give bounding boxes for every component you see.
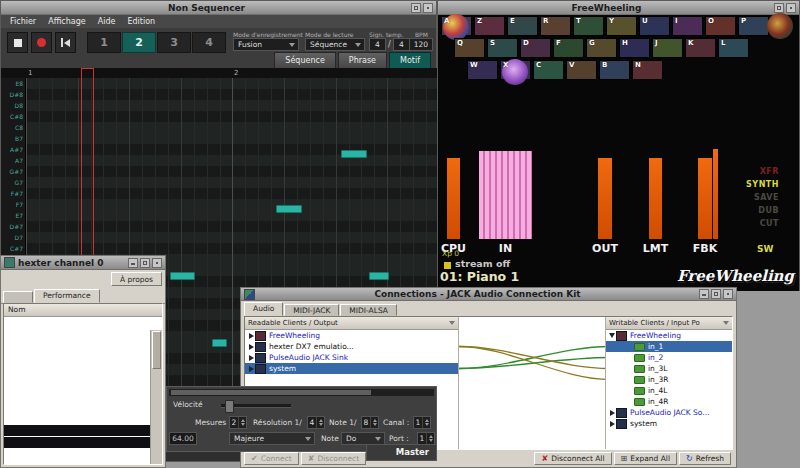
loop-key-Z[interactable]: Z xyxy=(474,16,505,36)
loop-key-C[interactable]: C xyxy=(533,60,564,80)
bpm-spinner[interactable]: 120 xyxy=(409,38,433,51)
tab-audio[interactable]: Audio xyxy=(244,302,283,316)
writable-clients-header[interactable]: Writable Clients / Input Po xyxy=(606,317,732,330)
readable-item-freewheeling[interactable]: FreeWheeling xyxy=(245,330,458,341)
spinner-arrows-icon[interactable] xyxy=(238,417,246,428)
rewind-button[interactable] xyxy=(55,32,76,53)
midi-note[interactable] xyxy=(341,150,367,158)
close-icon[interactable] xyxy=(152,258,162,268)
pattern-tab-3[interactable]: 3 xyxy=(157,32,191,53)
loop-key-G[interactable]: G xyxy=(586,38,617,58)
minimize-icon[interactable] xyxy=(699,289,709,299)
maximize-icon[interactable] xyxy=(411,3,421,13)
hexter-titlebar[interactable]: hexter channel 0 xyxy=(1,256,165,270)
writable-item-pulseaudio-jack-so-[interactable]: PulseAudio JACK So... xyxy=(606,407,732,418)
midi-note[interactable] xyxy=(276,205,302,213)
writable-item-in-4l[interactable]: in_4L xyxy=(606,385,732,396)
channel-spinner[interactable]: 1 xyxy=(413,416,431,429)
readable-clients-header[interactable]: Readable Clients / Output xyxy=(245,317,458,330)
spinner-arrows-icon[interactable] xyxy=(426,433,434,444)
disconnect-all-button[interactable]: ✘Disconnect All xyxy=(534,452,611,465)
maximize-icon[interactable] xyxy=(140,258,150,268)
timesig-numerator-spinner[interactable]: 4 xyxy=(369,38,386,51)
midi-note[interactable] xyxy=(170,272,195,280)
velocity-slider[interactable] xyxy=(221,404,291,408)
expand-all-button[interactable]: ⊞Expand All xyxy=(614,452,677,465)
scrollbar-handle[interactable] xyxy=(171,390,371,395)
writable-item-in-4r[interactable]: in_4R xyxy=(606,396,732,407)
timesig-denominator-spinner[interactable]: 4 xyxy=(393,38,410,51)
loop-key-R[interactable]: R xyxy=(540,16,571,36)
loop-key-L[interactable]: L xyxy=(718,38,749,58)
loop-key-O[interactable]: O xyxy=(705,16,736,36)
stop-button[interactable] xyxy=(7,32,28,53)
maximize-icon[interactable] xyxy=(711,289,721,299)
loop-key-N[interactable]: N xyxy=(632,60,663,80)
loop-key-I[interactable]: I xyxy=(672,16,703,36)
tab-midi-jack[interactable]: MIDI-JACK xyxy=(284,304,339,316)
loop-key-E[interactable]: E xyxy=(507,16,538,36)
horizontal-scrollbar[interactable] xyxy=(169,389,434,396)
expander-icon[interactable] xyxy=(608,333,616,338)
close-icon[interactable] xyxy=(723,289,733,299)
readable-item-system[interactable]: system xyxy=(245,363,458,374)
writable-item-in-3r[interactable]: in_3R xyxy=(606,374,732,385)
scrollbar-handle[interactable] xyxy=(152,331,161,369)
tab-midi-alsa[interactable]: MIDI-ALSA xyxy=(340,304,397,316)
loop-key-S[interactable]: S xyxy=(487,38,518,58)
menu-edition[interactable]: Edition xyxy=(121,17,161,26)
scale-select[interactable]: Majeure xyxy=(229,432,315,445)
loop-key-Q[interactable]: Q xyxy=(454,38,485,58)
writable-item-in-1[interactable]: in_1 xyxy=(606,341,732,352)
loop-key-Y[interactable]: Y xyxy=(606,16,637,36)
writable-item-freewheeling[interactable]: FreeWheeling xyxy=(606,330,732,341)
patch-list[interactable]: Nom xyxy=(3,303,163,465)
loop-key-K[interactable]: K xyxy=(685,38,716,58)
note-length-spinner[interactable]: 8 xyxy=(361,416,379,429)
loop-key-W[interactable]: W xyxy=(467,60,498,80)
expander-icon[interactable] xyxy=(247,344,255,350)
loop-key-J[interactable]: J xyxy=(652,38,683,58)
mode-button-séquence[interactable]: Séquence xyxy=(274,52,335,69)
measures-spinner[interactable]: 2 xyxy=(229,416,247,429)
midi-note[interactable] xyxy=(212,339,227,347)
spinner-arrows-icon[interactable] xyxy=(316,417,324,428)
loop-key-V[interactable]: V xyxy=(566,60,597,80)
resolution-spinner[interactable]: 4 xyxy=(307,416,325,429)
writable-item-system[interactable]: system xyxy=(606,418,732,429)
menu-fichier[interactable]: Fichier xyxy=(4,17,42,26)
loop-key-H[interactable]: H xyxy=(619,38,650,58)
pattern-tab-2[interactable]: 2 xyxy=(122,32,156,53)
mode-button-motif[interactable]: Motif xyxy=(389,52,431,69)
close-icon[interactable] xyxy=(786,3,796,13)
tab-performance[interactable]: Performance xyxy=(34,289,100,303)
loop-key-B[interactable]: B xyxy=(599,60,630,80)
maximize-icon[interactable] xyxy=(774,3,784,13)
tab-patches-partial[interactable] xyxy=(3,291,33,303)
velocity-slider-handle[interactable] xyxy=(225,400,234,413)
pattern-tab-1[interactable]: 1 xyxy=(87,32,121,53)
loop-key-X[interactable]: X xyxy=(500,60,531,80)
record-button[interactable] xyxy=(31,32,52,53)
loop-key-T[interactable]: T xyxy=(573,16,604,36)
about-button[interactable]: À propos xyxy=(111,272,162,286)
readable-item-hexter-dx7-emulatio-[interactable]: hexter DX7 emulatio... xyxy=(245,341,458,352)
menu-aide[interactable]: Aide xyxy=(92,17,122,26)
patch-list-body[interactable] xyxy=(4,317,162,464)
loop-key-A[interactable]: A xyxy=(441,16,472,36)
selected-patch-row[interactable] xyxy=(4,425,151,436)
loop-key-F[interactable]: F xyxy=(553,38,584,58)
expander-icon[interactable] xyxy=(247,333,255,339)
freewheeling-titlebar[interactable]: FreeWheeling xyxy=(438,1,799,15)
sequencer-titlebar[interactable]: Non Sequencer xyxy=(1,1,436,15)
loop-key-P[interactable]: P xyxy=(738,16,769,36)
patch-list-header[interactable]: Nom xyxy=(4,304,162,317)
loop-key-D[interactable]: D xyxy=(520,38,551,58)
mode-button-phrase[interactable]: Phrase xyxy=(338,52,387,69)
spinner-arrows-icon[interactable] xyxy=(370,417,378,428)
pattern-tab-4[interactable]: 4 xyxy=(192,32,226,53)
menu-affichage[interactable]: Affichage xyxy=(42,17,92,26)
minimize-icon[interactable] xyxy=(128,258,138,268)
refresh-button[interactable]: ↻Refresh xyxy=(679,452,731,465)
play-mode-select[interactable]: Séquence xyxy=(305,38,365,51)
